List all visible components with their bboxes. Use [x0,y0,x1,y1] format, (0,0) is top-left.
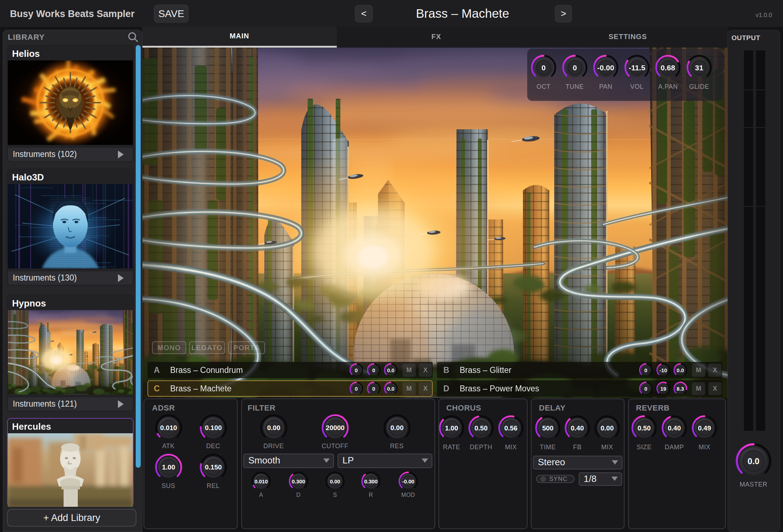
svg-text:0: 0 [355,367,358,373]
svg-text:20000: 20000 [326,424,345,431]
svg-text:0: 0 [372,386,375,392]
svg-text:500: 500 [542,424,554,432]
svg-text:19: 19 [660,386,666,392]
svg-text:1.00: 1.00 [445,424,458,432]
svg-text:0: 0 [644,367,647,373]
svg-text:-0.00: -0.00 [597,64,614,72]
svg-text:1.00: 1.00 [162,463,175,471]
svg-text:0.0: 0.0 [677,367,684,373]
svg-text:0: 0 [372,367,375,373]
svg-text:0: 0 [644,386,647,392]
svg-text:0.150: 0.150 [205,463,222,471]
svg-text:0.0: 0.0 [387,367,395,373]
svg-text:0.00: 0.00 [390,424,404,431]
svg-text:0.00: 0.00 [267,424,280,431]
svg-text:0: 0 [541,64,546,72]
svg-text:0.40: 0.40 [571,424,584,432]
svg-text:0.50: 0.50 [638,424,651,432]
svg-text:0.010: 0.010 [254,478,268,484]
svg-text:0.300: 0.300 [364,478,378,484]
svg-text:0: 0 [573,64,577,72]
svg-text:0.010: 0.010 [160,424,177,431]
svg-text:0: 0 [355,386,358,392]
svg-text:0.00: 0.00 [601,424,614,432]
svg-text:0.40: 0.40 [668,424,681,432]
svg-text:0.49: 0.49 [698,424,711,432]
svg-text:0.50: 0.50 [475,424,488,432]
svg-text:8.3: 8.3 [677,386,684,392]
svg-text:31: 31 [695,64,703,72]
svg-text:0.00: 0.00 [330,478,340,484]
svg-text:0.56: 0.56 [504,424,518,432]
svg-text:0.0: 0.0 [747,456,759,466]
svg-text:0.68: 0.68 [661,64,675,72]
svg-text:-0.00: -0.00 [402,478,414,484]
svg-text:-10: -10 [659,367,667,373]
svg-text:0.100: 0.100 [205,424,222,431]
svg-text:0.300: 0.300 [292,478,305,484]
svg-text:-11.5: -11.5 [628,64,645,72]
svg-text:0.0: 0.0 [387,386,395,392]
